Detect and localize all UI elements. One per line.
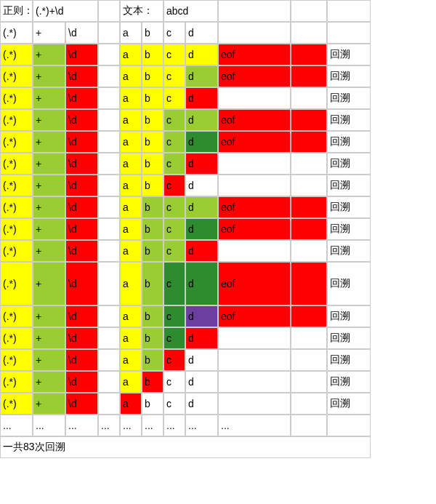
table-cell — [218, 327, 291, 349]
table-cell: \d — [65, 131, 98, 153]
col-group: (.*) — [0, 22, 33, 44]
table-cell: eof — [218, 218, 291, 240]
table-cell: d — [185, 175, 218, 196]
ellipsis: ... — [164, 415, 185, 436]
table-cell: (.*) — [0, 65, 33, 87]
table-cell: \d — [65, 262, 98, 305]
table-cell: d — [185, 44, 218, 65]
table-cell: a — [120, 327, 142, 349]
table-cell: + — [33, 327, 65, 349]
table-cell: + — [33, 218, 65, 240]
table-cell: c — [164, 65, 185, 87]
table-cell: c — [164, 305, 185, 327]
spacer — [98, 0, 120, 22]
table-cell: d — [185, 393, 218, 415]
table-cell: d — [185, 131, 218, 153]
table-cell: + — [33, 393, 65, 415]
table-cell: + — [33, 131, 65, 153]
table-cell: (.*) — [0, 131, 33, 153]
spacer — [98, 131, 120, 153]
table-cell: c — [164, 327, 185, 349]
footer-summary: 一共83次回溯 — [0, 436, 371, 458]
table-cell: a — [120, 175, 142, 196]
table-cell — [291, 153, 327, 175]
backtrack-label: 回溯 — [327, 175, 371, 196]
backtrack-label: 回溯 — [327, 371, 371, 393]
table-cell: eof — [218, 109, 291, 131]
col-c: c — [164, 22, 185, 44]
col-digit: \d — [65, 22, 98, 44]
spacer — [98, 349, 120, 371]
table-cell: c — [164, 131, 185, 153]
empty — [327, 22, 371, 44]
table-cell — [291, 44, 327, 65]
backtrack-label: 回溯 — [327, 349, 371, 371]
col-d: d — [185, 22, 218, 44]
table-cell: \d — [65, 393, 98, 415]
backtrack-label: 回溯 — [327, 44, 371, 65]
spacer — [98, 175, 120, 196]
table-cell: a — [120, 131, 142, 153]
spacer — [98, 65, 120, 87]
table-cell — [291, 371, 327, 393]
table-cell: a — [120, 240, 142, 262]
table-cell: d — [185, 196, 218, 218]
table-cell: \d — [65, 327, 98, 349]
table-cell: eof — [218, 65, 291, 87]
table-cell — [291, 65, 327, 87]
table-cell: d — [185, 153, 218, 175]
spacer — [98, 305, 120, 327]
table-cell: \d — [65, 153, 98, 175]
table-cell — [291, 109, 327, 131]
col-plus: + — [33, 22, 65, 44]
table-cell: c — [164, 109, 185, 131]
table-cell: b — [142, 349, 164, 371]
ellipsis: ... — [98, 415, 120, 436]
table-cell: c — [164, 371, 185, 393]
table-cell: + — [33, 44, 65, 65]
backtrack-label: 回溯 — [327, 305, 371, 327]
table-cell — [218, 393, 291, 415]
table-cell: b — [142, 65, 164, 87]
table-cell: d — [185, 109, 218, 131]
spacer — [98, 262, 120, 305]
table-cell: b — [142, 175, 164, 196]
regex-backtrack-table: 正则： (.*)+\d 文本： abcd (.*) + \d a b c d (… — [0, 0, 436, 458]
spacer — [98, 153, 120, 175]
empty — [327, 0, 371, 22]
empty — [291, 0, 327, 22]
table-cell: \d — [65, 44, 98, 65]
col-a: a — [120, 22, 142, 44]
backtrack-label: 回溯 — [327, 240, 371, 262]
table-cell: b — [142, 44, 164, 65]
table-cell: eof — [218, 196, 291, 218]
table-cell — [218, 349, 291, 371]
empty — [218, 0, 291, 22]
table-cell: c — [164, 175, 185, 196]
ellipsis: ... — [185, 415, 218, 436]
table-cell — [291, 262, 327, 305]
table-cell: c — [164, 240, 185, 262]
ellipsis: ... — [65, 415, 98, 436]
table-cell: c — [164, 393, 185, 415]
regex-label: 正则： — [0, 0, 33, 22]
table-cell: (.*) — [0, 305, 33, 327]
text-value: abcd — [164, 0, 218, 22]
table-cell: d — [185, 87, 218, 109]
table-cell: a — [120, 196, 142, 218]
regex-value: (.*)+\d — [33, 0, 98, 22]
spacer — [98, 22, 120, 44]
table-cell: (.*) — [0, 218, 33, 240]
table-cell: \d — [65, 196, 98, 218]
ellipsis: ... — [0, 415, 33, 436]
spacer — [98, 87, 120, 109]
table-cell: b — [142, 371, 164, 393]
table-cell: a — [120, 371, 142, 393]
table-cell: (.*) — [0, 327, 33, 349]
table-cell: + — [33, 196, 65, 218]
table-cell: + — [33, 87, 65, 109]
table-cell: a — [120, 87, 142, 109]
spacer — [98, 218, 120, 240]
table-cell: + — [33, 349, 65, 371]
spacer — [98, 327, 120, 349]
